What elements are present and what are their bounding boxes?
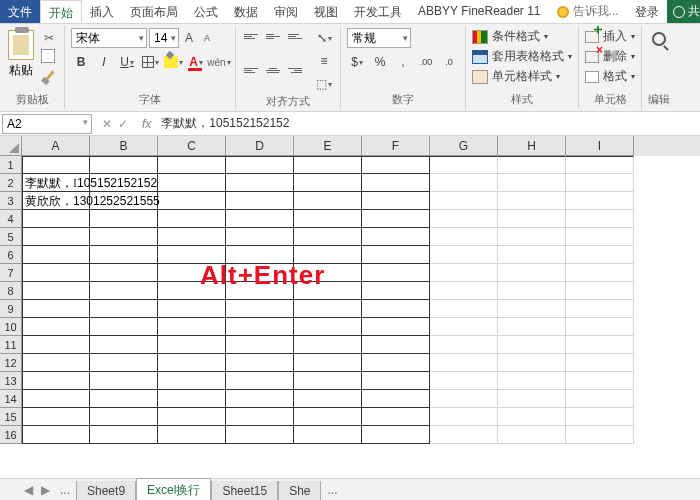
align-left-button[interactable] xyxy=(242,62,260,78)
row-header-8[interactable]: 8 xyxy=(0,282,22,300)
cell[interactable] xyxy=(294,354,362,372)
row-header-12[interactable]: 12 xyxy=(0,354,22,372)
number-format-combo[interactable]: 常规 xyxy=(347,28,411,48)
comma-button[interactable]: , xyxy=(393,52,413,72)
row-header-15[interactable]: 15 xyxy=(0,408,22,426)
cell[interactable] xyxy=(566,426,634,444)
cell[interactable] xyxy=(430,228,498,246)
cell[interactable] xyxy=(294,300,362,318)
align-top-button[interactable] xyxy=(242,28,260,44)
cell[interactable]: 李默默，I105152152152 xyxy=(22,174,90,192)
accounting-button[interactable]: $ xyxy=(347,52,367,72)
row-header-1[interactable]: 1 xyxy=(0,156,22,174)
cell[interactable] xyxy=(226,192,294,210)
cell[interactable] xyxy=(498,192,566,210)
cell[interactable] xyxy=(294,426,362,444)
row-header-14[interactable]: 14 xyxy=(0,390,22,408)
cell[interactable] xyxy=(294,282,362,300)
cell[interactable] xyxy=(226,246,294,264)
tell-me-search[interactable]: 告诉我... xyxy=(549,0,627,23)
cell[interactable] xyxy=(430,408,498,426)
font-size-combo[interactable]: 14 xyxy=(149,28,179,48)
cell[interactable] xyxy=(158,228,226,246)
row-header-6[interactable]: 6 xyxy=(0,246,22,264)
cell[interactable] xyxy=(22,372,90,390)
cell[interactable] xyxy=(362,192,430,210)
cell[interactable] xyxy=(158,300,226,318)
cell[interactable] xyxy=(498,246,566,264)
cell[interactable] xyxy=(226,336,294,354)
wrap-text-button[interactable]: ≡ xyxy=(314,51,334,71)
cell[interactable] xyxy=(566,192,634,210)
cell[interactable] xyxy=(498,300,566,318)
cell[interactable] xyxy=(566,264,634,282)
cell[interactable] xyxy=(498,264,566,282)
share-button[interactable]: 共享 xyxy=(667,0,700,23)
tab-view[interactable]: 视图 xyxy=(306,0,346,23)
cell[interactable] xyxy=(566,156,634,174)
cell[interactable] xyxy=(90,372,158,390)
cell[interactable] xyxy=(566,210,634,228)
cell[interactable] xyxy=(226,264,294,282)
cell[interactable] xyxy=(226,426,294,444)
row-header-5[interactable]: 5 xyxy=(0,228,22,246)
cell[interactable] xyxy=(158,372,226,390)
tab-review[interactable]: 审阅 xyxy=(266,0,306,23)
cell[interactable] xyxy=(566,336,634,354)
cell[interactable] xyxy=(430,246,498,264)
cell[interactable] xyxy=(498,426,566,444)
cell[interactable] xyxy=(90,336,158,354)
col-header-B[interactable]: B xyxy=(90,136,158,156)
cell[interactable] xyxy=(22,228,90,246)
font-color-button[interactable]: A xyxy=(186,52,206,72)
tab-insert[interactable]: 插入 xyxy=(82,0,122,23)
cell[interactable] xyxy=(362,426,430,444)
cell-styles-button[interactable]: 单元格样式▾ xyxy=(472,68,572,85)
cell[interactable] xyxy=(362,372,430,390)
cell[interactable] xyxy=(294,264,362,282)
cell[interactable] xyxy=(22,246,90,264)
col-header-A[interactable]: A xyxy=(22,136,90,156)
row-header-4[interactable]: 4 xyxy=(0,210,22,228)
cell[interactable] xyxy=(294,246,362,264)
row-header-9[interactable]: 9 xyxy=(0,300,22,318)
tab-dev[interactable]: 开发工具 xyxy=(346,0,410,23)
cell[interactable] xyxy=(226,282,294,300)
cell[interactable] xyxy=(226,372,294,390)
cell[interactable] xyxy=(430,264,498,282)
sheet-tab-sheet9[interactable]: Sheet9 xyxy=(76,481,136,501)
cell[interactable] xyxy=(362,336,430,354)
cell[interactable] xyxy=(430,390,498,408)
cell[interactable] xyxy=(226,390,294,408)
cell[interactable] xyxy=(362,174,430,192)
cell[interactable] xyxy=(158,426,226,444)
decrease-font-button[interactable]: A xyxy=(199,29,215,47)
cell[interactable] xyxy=(498,228,566,246)
cell[interactable] xyxy=(158,174,226,192)
cell[interactable] xyxy=(90,264,158,282)
cell[interactable] xyxy=(226,318,294,336)
cell[interactable] xyxy=(566,372,634,390)
cell[interactable] xyxy=(90,246,158,264)
fx-icon[interactable]: fx xyxy=(136,117,157,131)
cell[interactable] xyxy=(22,282,90,300)
cell[interactable] xyxy=(430,300,498,318)
cell[interactable] xyxy=(90,408,158,426)
cut-button[interactable]: ✂ xyxy=(40,30,58,46)
orientation-button[interactable]: ⤡ xyxy=(314,28,334,48)
cell[interactable] xyxy=(158,318,226,336)
cell[interactable] xyxy=(158,156,226,174)
italic-button[interactable]: I xyxy=(94,52,114,72)
cell[interactable] xyxy=(90,228,158,246)
cell[interactable] xyxy=(362,282,430,300)
cell[interactable] xyxy=(294,372,362,390)
cell[interactable] xyxy=(226,156,294,174)
cell[interactable] xyxy=(22,300,90,318)
cell[interactable] xyxy=(362,156,430,174)
cell[interactable] xyxy=(430,372,498,390)
cell[interactable] xyxy=(498,408,566,426)
cell[interactable] xyxy=(294,228,362,246)
row-header-16[interactable]: 16 xyxy=(0,426,22,444)
cell[interactable] xyxy=(362,228,430,246)
format-table-button[interactable]: 套用表格格式▾ xyxy=(472,48,572,65)
